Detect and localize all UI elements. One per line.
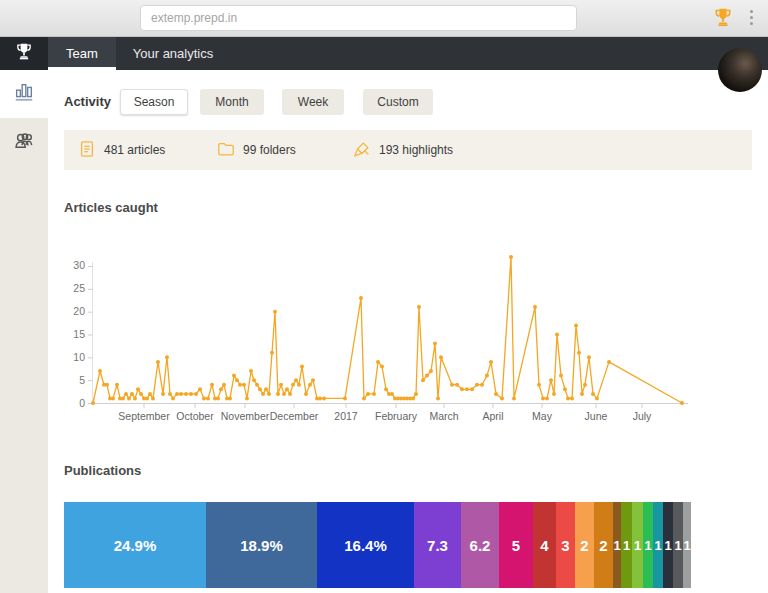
publication-segment[interactable]: 1 xyxy=(643,502,653,588)
publication-segment[interactable]: 6.2 xyxy=(461,502,499,588)
activity-filter-row: Activity Season Month Week Custom xyxy=(48,89,768,115)
publication-segment[interactable]: 1 xyxy=(683,502,691,588)
articles-line-chart: 051015202530SeptemberOctoberNovemberDece… xyxy=(48,243,768,427)
article-icon xyxy=(78,140,96,161)
address-bar[interactable] xyxy=(140,5,577,31)
bar-chart-icon xyxy=(13,81,35,107)
svg-text:May: May xyxy=(532,410,553,422)
stat-folders-label: 99 folders xyxy=(243,143,296,157)
stats-bar: 481 articles 99 folders xyxy=(64,130,752,170)
publication-segment[interactable]: 2 xyxy=(594,502,613,588)
stat-highlights-label: 193 highlights xyxy=(379,143,453,157)
svg-text:September: September xyxy=(118,410,170,422)
svg-text:June: June xyxy=(585,410,608,422)
stat-articles: 481 articles xyxy=(78,130,165,170)
publication-segment[interactable]: 7.3 xyxy=(414,502,461,588)
main-content: Activity Season Month Week Custom 481 ar… xyxy=(48,70,768,593)
publication-segment[interactable]: 24.9% xyxy=(64,502,206,588)
browser-menu-icon[interactable] xyxy=(750,10,753,25)
trophy-extension-icon[interactable] xyxy=(712,7,734,29)
svg-text:5: 5 xyxy=(79,374,85,386)
people-icon xyxy=(13,129,36,156)
app-window: Team Your analytics xyxy=(0,0,768,593)
publication-segment[interactable]: 5 xyxy=(499,502,533,588)
svg-text:30: 30 xyxy=(73,259,85,271)
publication-segment[interactable]: 1 xyxy=(653,502,663,588)
filter-season-button[interactable]: Season xyxy=(120,89,188,115)
svg-text:November: November xyxy=(221,410,270,422)
publication-segment[interactable]: 4 xyxy=(533,502,556,588)
svg-text:December: December xyxy=(270,410,319,422)
svg-text:15: 15 xyxy=(73,328,85,340)
svg-text:2017: 2017 xyxy=(334,410,358,422)
svg-text:25: 25 xyxy=(73,282,85,294)
publications-chart-title: Publications xyxy=(64,463,141,478)
trophy-icon xyxy=(14,42,34,66)
svg-text:20: 20 xyxy=(73,305,85,317)
app-nav-bar: Team Your analytics xyxy=(0,37,768,70)
svg-text:July: July xyxy=(633,410,652,422)
publication-segment[interactable]: 16.4% xyxy=(317,502,414,588)
app-logo[interactable] xyxy=(0,37,48,70)
avatar[interactable] xyxy=(718,48,762,92)
publication-segment[interactable]: 1 xyxy=(673,502,683,588)
browser-toolbar xyxy=(0,0,768,37)
sidebar xyxy=(0,70,48,593)
publications-stacked-bar: 24.9%18.9%16.4%7.36.25432211111111 xyxy=(64,502,691,588)
activity-label: Activity xyxy=(64,94,111,109)
sidebar-item-team[interactable] xyxy=(0,118,48,166)
publication-segment[interactable]: 3 xyxy=(556,502,575,588)
svg-text:March: March xyxy=(429,410,458,422)
tab-team[interactable]: Team xyxy=(48,37,116,70)
publication-segment[interactable]: 1 xyxy=(632,502,643,588)
folder-icon xyxy=(217,140,235,161)
publication-segment[interactable]: 1 xyxy=(613,502,621,588)
stat-highlights: 193 highlights xyxy=(353,130,453,170)
publication-segment[interactable]: 18.9% xyxy=(206,502,317,588)
publication-segment[interactable]: 1 xyxy=(621,502,632,588)
svg-text:10: 10 xyxy=(73,351,85,363)
svg-text:April: April xyxy=(482,410,503,422)
filter-week-button[interactable]: Week xyxy=(282,89,344,115)
sidebar-item-analytics[interactable] xyxy=(0,70,48,118)
svg-text:0: 0 xyxy=(79,397,85,409)
publication-segment[interactable]: 2 xyxy=(575,502,594,588)
filter-custom-button[interactable]: Custom xyxy=(363,89,433,115)
stat-articles-label: 481 articles xyxy=(104,143,165,157)
highlight-icon xyxy=(353,140,371,161)
tab-your-analytics[interactable]: Your analytics xyxy=(116,37,230,70)
articles-chart-title: Articles caught xyxy=(64,200,158,215)
filter-month-button[interactable]: Month xyxy=(200,89,264,115)
svg-text:October: October xyxy=(176,410,214,422)
svg-text:February: February xyxy=(375,410,418,422)
publication-segment[interactable]: 1 xyxy=(663,502,673,588)
stat-folders: 99 folders xyxy=(217,130,296,170)
